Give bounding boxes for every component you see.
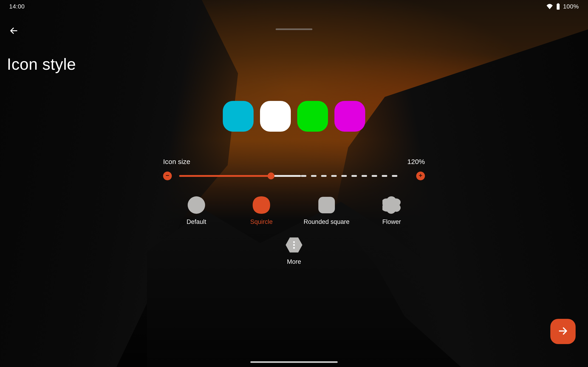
decrease-button[interactable]	[163, 172, 172, 180]
wallpaper	[0, 0, 588, 367]
shape-label: Rounded square	[304, 218, 350, 225]
circle-icon	[187, 196, 206, 214]
svg-point-10	[293, 247, 295, 249]
status-bar: 14:00 100%	[0, 0, 588, 13]
svg-point-8	[293, 241, 295, 243]
shape-option-default[interactable]: Default	[172, 196, 221, 225]
rounded-square-icon	[317, 196, 336, 214]
page-title: Icon style	[7, 55, 76, 73]
svg-point-5	[188, 196, 205, 214]
hexagon-more-icon	[285, 236, 303, 254]
icon-size-value: 120%	[407, 158, 425, 166]
shape-option-squircle[interactable]: Squircle	[237, 196, 285, 225]
icon-size-slider	[163, 172, 425, 180]
svg-rect-6	[318, 197, 335, 213]
status-time: 14:00	[9, 3, 25, 10]
shape-label: Flower	[382, 218, 401, 225]
shape-option-more[interactable]: More	[270, 236, 318, 265]
shape-options: Default Squircle Rounded square Flower	[172, 196, 416, 225]
slider-thumb[interactable]	[268, 173, 275, 179]
svg-rect-1	[556, 4, 560, 10]
wifi-icon	[546, 4, 553, 9]
battery-percent: 100%	[563, 3, 579, 10]
plus-icon	[418, 173, 423, 179]
arrow-right-icon	[558, 326, 568, 337]
shape-label: Default	[187, 218, 206, 225]
squircle-icon	[252, 196, 271, 214]
svg-rect-0	[557, 3, 559, 4]
preview-icon	[297, 101, 328, 132]
slider-track[interactable]	[179, 175, 409, 177]
icon-size-row: Icon size 120%	[163, 158, 425, 166]
icon-size-label: Icon size	[163, 158, 190, 166]
gesture-bar[interactable]	[250, 361, 338, 363]
preview-icon	[223, 101, 254, 132]
back-button[interactable]	[8, 25, 20, 37]
svg-point-9	[293, 244, 295, 246]
svg-rect-2	[166, 175, 169, 176]
shape-label: Squircle	[250, 218, 273, 225]
shape-label: More	[287, 258, 301, 265]
preview-icon	[334, 101, 365, 132]
shape-option-flower[interactable]: Flower	[367, 196, 416, 225]
icon-preview-row	[223, 101, 365, 132]
minus-icon	[165, 173, 170, 179]
increase-button[interactable]	[416, 172, 425, 180]
shape-option-rounded-square[interactable]: Rounded square	[303, 196, 351, 225]
battery-icon	[556, 3, 560, 10]
flower-icon	[382, 196, 401, 214]
arrow-left-icon	[9, 26, 18, 36]
preview-icon	[260, 101, 291, 132]
svg-rect-4	[420, 174, 421, 177]
drag-handle[interactable]	[276, 28, 312, 30]
next-button[interactable]	[550, 319, 576, 344]
